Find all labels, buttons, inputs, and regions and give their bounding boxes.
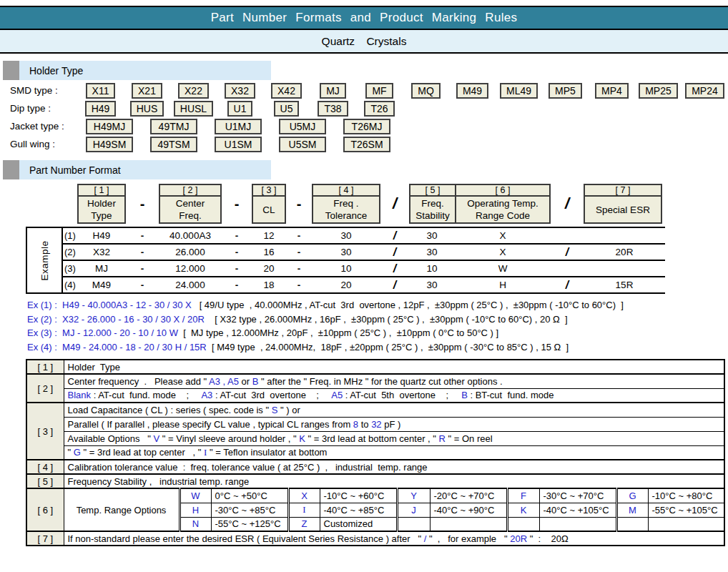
holder-box: H49SM: [86, 137, 133, 152]
example-cl: 20: [252, 260, 286, 277]
dash: -: [286, 227, 312, 244]
holder-box: H49: [85, 101, 117, 117]
field-box-1: [ 1 ] HolderType: [77, 184, 126, 224]
example-freq: 40.000A3: [159, 227, 222, 244]
legend-row-3b: Parallel ( If parallel , please specify …: [26, 417, 724, 431]
field-line: Center: [160, 197, 220, 209]
example-stability: 30: [409, 277, 455, 293]
field-line: Range Code: [456, 209, 549, 222]
legend-text: Center frequency . Please add " A3 , A5 …: [64, 374, 724, 388]
gull-wing-row: Gull wing : H49SM 49TSM U1SM U5SM T26SM: [10, 135, 728, 153]
legend-text: Blank : AT-cut fund. mode ; A3 : AT-cut …: [64, 388, 724, 403]
part-number-format-diagram: [ 1 ] HolderType - [ 2 ] CenterFreq. - […: [77, 184, 728, 224]
slash: /: [380, 244, 409, 260]
holder-box: M49: [456, 83, 488, 99]
smd-type-row: SMD type : X11 X21 X22 X32 X42 MJ MF MQ …: [10, 82, 728, 99]
temp-range: Customized: [320, 517, 397, 531]
temp-range: -10°C ~ +60°C: [320, 488, 397, 503]
temp-range: -55°C ~ +105°C: [648, 503, 724, 517]
legend-row-2: [ 2 ] Center frequency . Please add " A3…: [26, 374, 724, 388]
temp-range: -55°C ~ +125°C: [211, 517, 288, 531]
legend-key: [ 5 ]: [26, 474, 64, 488]
field-line: Operating Temp.: [456, 197, 549, 209]
dash: -: [126, 260, 159, 277]
holder-box: U1SM: [215, 137, 262, 152]
holder-box: MJ: [320, 83, 346, 99]
legend-row-3d: " G " = 3rd lead at top center , " I " =…: [26, 445, 724, 460]
temp-code: Y: [397, 488, 430, 503]
example-explanations: Ex (1) : H49 - 40.000A3 - 12 - 30 / 30 X…: [27, 300, 728, 355]
field-line: Freq .: [313, 197, 379, 209]
legend-key: [ 2 ]: [26, 374, 64, 403]
example-table: (1) H49 - 40.000A3 - 12 - 30 / 30 X (2) …: [63, 227, 665, 294]
page-subtitle: Quartz Crystals: [0, 30, 728, 54]
temp-range: [539, 517, 616, 531]
example-explanation-line: Ex (4) : M49 - 24.000 - 18 - 20 / 30 H /…: [27, 342, 728, 356]
slash: [551, 227, 584, 244]
example-row: (2) X32 - 26.000 - 16 - 30 / 30 X / 20R: [63, 244, 665, 260]
temp-range: [648, 517, 724, 531]
datasheet-page: Part Number Formats and Product Marking …: [0, 6, 728, 546]
page-title: Part Number Formats and Product Marking …: [0, 6, 728, 30]
section-marker-icon: [3, 160, 19, 179]
holder-box: U5: [274, 101, 300, 117]
example-holder: M49: [77, 277, 126, 293]
slash: /: [380, 260, 409, 277]
legend-row-4: [ 4 ] Calibration tolerance value : freq…: [26, 460, 724, 474]
example-cl: 16: [252, 244, 286, 260]
dip-type-label: Dip type :: [10, 103, 77, 114]
example-stability: 10: [409, 260, 455, 277]
legend-key: [ 4 ]: [26, 460, 64, 474]
example-freq: 26.000: [159, 244, 222, 260]
temp-code: F: [507, 488, 539, 503]
legend-key: [ 3 ]: [26, 403, 64, 460]
holder-box: U5MJ: [279, 119, 326, 134]
legend-text: Calibration tolerance value : freq. tole…: [64, 460, 724, 474]
temp-range: -30°C ~ +70°C: [539, 488, 616, 503]
example-num: (2): [63, 244, 77, 260]
example-freq: 24.000: [159, 277, 222, 293]
holder-box: H49MJ: [86, 119, 133, 134]
example-esr: [584, 227, 665, 244]
example-desc: [ X32 type , 26.000MHz , 16pF , ±30ppm (…: [205, 314, 568, 325]
example-desc: [ MJ type , 12.000MHz , 20pF , ±10ppm ( …: [178, 327, 498, 338]
field-line: Type: [79, 209, 124, 222]
legend-text: Frequency Stability , industrial temp. r…: [64, 474, 724, 488]
holder-box: T26: [364, 101, 394, 117]
legend-row-5: [ 5 ] Frequency Stability , industrial t…: [26, 474, 724, 488]
example-tolerance: 30: [312, 227, 380, 244]
example-code: Ex (4) : M49 - 24.000 - 18 - 20 / 30 H /…: [27, 342, 207, 352]
jacket-type-boxes: H49MJ 49TMJ U1MJ U5MJ T26MJ: [77, 119, 399, 134]
slash-separator: /: [380, 184, 409, 224]
example-num: (4): [63, 277, 77, 293]
dip-type-boxes: H49 HUS HUSL U1 U5 T38 T26: [77, 101, 403, 117]
holder-box: U1MJ: [215, 119, 262, 134]
example-cl: 12: [252, 227, 286, 244]
temp-code: Z: [288, 517, 320, 531]
legend-key: [ 7 ]: [26, 531, 64, 546]
example-desc: [ 49/U type , 40.000MHz , AT-cut 3rd ove…: [192, 300, 624, 310]
example-temp-code: X: [455, 227, 551, 244]
holder-type-section-header: Holder Type: [3, 61, 728, 80]
holder-box: MF: [365, 83, 393, 99]
field-num: [ 2 ]: [160, 185, 220, 197]
dash: -: [222, 277, 252, 293]
temp-range: 0°C ~ +50°C: [211, 488, 288, 503]
smd-type-label: SMD type :: [10, 85, 77, 96]
field-box-7: [ 7 ] Special ESR: [584, 184, 662, 224]
slash: /: [380, 277, 409, 293]
legend-row-7: [ 7 ] If non-standard please enter the d…: [26, 531, 724, 546]
dash: -: [222, 260, 252, 277]
temp-range-options-label: Temp. Range Options: [64, 488, 179, 531]
slash: /: [551, 244, 584, 260]
dash-separator: -: [286, 184, 312, 224]
part-number-format-section-header: Part Number Format: [3, 160, 728, 179]
example-explanation-line: Ex (2) : X32 - 26.000 - 16 - 30 / 30 X /…: [27, 314, 728, 328]
holder-type-section-title: Holder Type: [19, 61, 271, 80]
field-line: Freq.: [160, 209, 220, 222]
holder-box: X11: [86, 83, 116, 99]
field-num: [ 4 ]: [313, 185, 379, 197]
field-box-3: [ 3 ] CL: [252, 184, 286, 224]
dip-type-row: Dip type : H49 HUS HUSL U1 U5 T38 T26: [10, 99, 728, 117]
example-temp-code: X: [455, 244, 551, 260]
